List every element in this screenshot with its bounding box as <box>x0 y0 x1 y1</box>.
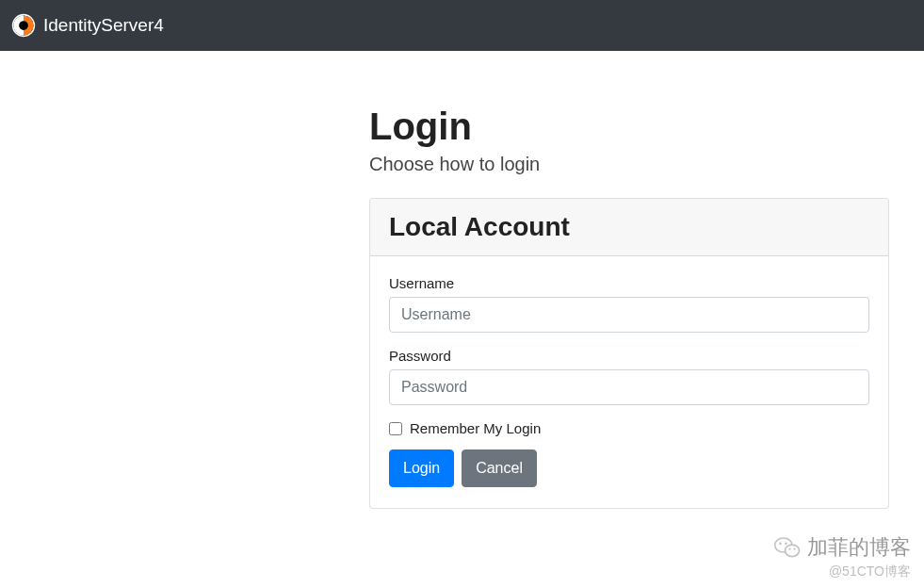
watermark-main: 加菲的博客 <box>773 533 911 562</box>
watermark: 加菲的博客 @51CTO博客 <box>773 533 911 580</box>
remember-check-group: Remember My Login <box>389 420 869 436</box>
card-header: Local Account <box>370 199 888 256</box>
password-group: Password <box>389 348 869 405</box>
watermark-main-text: 加菲的博客 <box>807 533 911 562</box>
username-group: Username <box>389 275 869 333</box>
card-body: Username Password Remember My Login Logi… <box>370 256 888 508</box>
svg-point-7 <box>793 548 795 550</box>
wechat-icon <box>773 533 802 562</box>
username-label: Username <box>389 275 869 291</box>
page-title: Login <box>369 106 889 148</box>
remember-label: Remember My Login <box>410 420 541 436</box>
button-row: Login Cancel <box>389 449 869 487</box>
svg-point-5 <box>785 543 787 546</box>
svg-point-3 <box>786 545 800 557</box>
navbar-brand-text: IdentityServer4 <box>43 15 164 36</box>
password-label: Password <box>389 348 869 364</box>
username-input[interactable] <box>389 297 869 333</box>
remember-checkbox[interactable] <box>389 422 402 435</box>
svg-point-2 <box>775 538 792 552</box>
page-subtitle: Choose how to login <box>369 154 889 175</box>
svg-point-6 <box>788 548 790 550</box>
login-button[interactable]: Login <box>389 449 454 487</box>
password-input[interactable] <box>389 369 869 405</box>
main-container: Login Choose how to login Local Account … <box>369 106 889 509</box>
identityserver-logo-icon <box>11 13 36 38</box>
navbar-brand-link[interactable]: IdentityServer4 <box>11 13 164 38</box>
navbar: IdentityServer4 <box>0 0 924 51</box>
cancel-button[interactable]: Cancel <box>462 449 537 487</box>
svg-point-4 <box>779 543 782 546</box>
watermark-sub-text: @51CTO博客 <box>773 564 911 580</box>
login-card: Local Account Username Password Remember… <box>369 198 889 509</box>
card-header-title: Local Account <box>389 212 869 242</box>
